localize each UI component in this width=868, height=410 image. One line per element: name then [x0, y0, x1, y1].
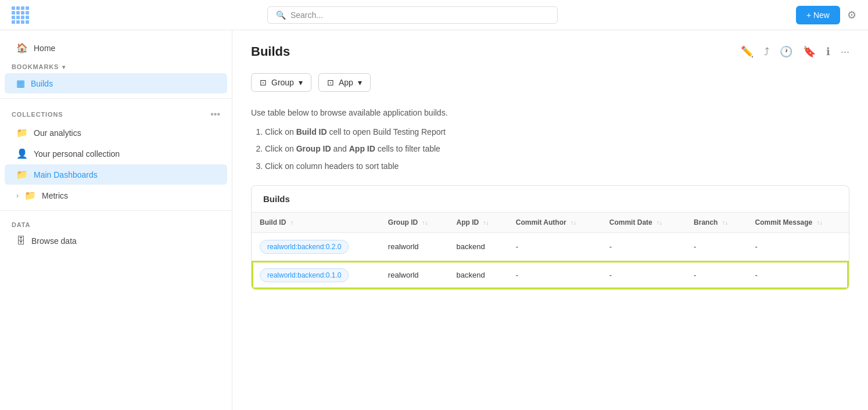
col-commit-author[interactable]: Commit Author ↑↓	[508, 213, 601, 233]
cell-commit-author: -	[508, 261, 601, 289]
new-button[interactable]: + New	[796, 6, 840, 24]
cell-app-id[interactable]: backend	[449, 261, 508, 289]
app-filter-button[interactable]: ⊡ App ▾	[318, 73, 371, 92]
topbar-right: + New ⚙	[796, 6, 856, 24]
col-commit-message-label: Commit Message	[755, 218, 813, 226]
person-icon: 👤	[16, 148, 28, 159]
metrics-folder-icon: 📁	[24, 190, 36, 201]
sidebar-item-main-dashboards[interactable]: 📁 Main Dashboards	[5, 164, 227, 185]
layout: 🏠 Home BOOKMARKS ▾ ▦ Builds COLLECTIONS …	[0, 30, 868, 410]
table-head: Build ID ↑ Group ID ↑↓ App ID ↑↓ Commi	[252, 213, 849, 233]
col-group-id[interactable]: Group ID ↑↓	[380, 213, 449, 233]
cell-commit-message: -	[747, 261, 849, 289]
cell-group-id[interactable]: realworld	[380, 232, 449, 261]
col-app-id[interactable]: App ID ↑↓	[449, 213, 508, 233]
sidebar-item-personal-collection[interactable]: 👤 Your personal collection	[5, 143, 227, 164]
sidebar: 🏠 Home BOOKMARKS ▾ ▦ Builds COLLECTIONS …	[0, 30, 232, 410]
instructions: Use table below to browse available appl…	[251, 106, 849, 174]
table-header-row: Build ID ↑ Group ID ↑↓ App ID ↑↓ Commi	[252, 213, 849, 233]
app-filter-chevron: ▾	[358, 78, 362, 87]
group-filter-icon: ⊡	[260, 78, 267, 87]
our-analytics-label: Our analytics	[34, 128, 81, 138]
app-filter-label: App	[339, 78, 353, 87]
sidebar-divider-2	[0, 210, 232, 211]
search-icon: 🔍	[276, 10, 286, 20]
app-filter-icon: ⊡	[327, 78, 334, 87]
cell-build-id: realworld:backend:0.1.0	[252, 261, 380, 289]
cell-commit-date: -	[601, 232, 686, 261]
col-commit-date-label: Commit Date	[609, 218, 652, 226]
cell-commit-author: -	[508, 232, 601, 261]
topbar-left	[12, 6, 29, 24]
search-input[interactable]: 🔍 Search...	[267, 6, 558, 24]
sort-commit-message-icon: ↑↓	[817, 220, 823, 226]
search-placeholder: Search...	[290, 10, 323, 20]
folder-icon: 📁	[16, 127, 28, 138]
sidebar-item-home[interactable]: 🏠 Home	[5, 38, 227, 58]
instructions-intro: Use table below to browse available appl…	[251, 106, 849, 120]
col-build-id-label: Build ID	[260, 218, 286, 226]
build-id-bold: Build ID	[296, 127, 327, 136]
cell-branch: -	[686, 261, 747, 289]
instruction-step-2: Click on Group ID and App ID cells to fi…	[265, 142, 849, 156]
collections-header: COLLECTIONS •••	[0, 103, 232, 122]
main-dashboards-label: Main Dashboards	[34, 170, 98, 179]
cell-build-id: realworld:backend:0.2.0	[252, 232, 380, 261]
bookmarks-label: BOOKMARKS	[12, 63, 59, 70]
sidebar-item-metrics[interactable]: › 📁 Metrics	[5, 185, 227, 206]
collections-more-icon[interactable]: •••	[210, 109, 220, 120]
sort-build-id-icon: ↑	[290, 220, 293, 226]
col-build-id[interactable]: Build ID ↑	[252, 213, 380, 233]
settings-icon[interactable]: ⚙	[847, 9, 856, 21]
build-id-badge[interactable]: realworld:backend:0.1.0	[260, 268, 349, 282]
topbar: 🔍 Search... + New ⚙	[0, 0, 868, 30]
group-filter-label: Group	[271, 78, 294, 87]
home-icon: 🏠	[16, 42, 28, 53]
builds-table-section: Builds Build ID ↑ Group ID ↑↓ App ID	[251, 185, 849, 290]
sort-branch-icon: ↑↓	[722, 220, 728, 226]
col-commit-date[interactable]: Commit Date ↑↓	[601, 213, 686, 233]
builds-table: Build ID ↑ Group ID ↑↓ App ID ↑↓ Commi	[252, 213, 849, 289]
edit-icon[interactable]: ✏️	[741, 45, 754, 58]
instruction-step-3: Click on column headers to sort table	[265, 159, 849, 174]
metrics-label: Metrics	[42, 191, 68, 200]
sidebar-divider-1	[0, 98, 232, 99]
page-header: Builds ✏️ ⤴ 🕐 🔖 ℹ ···	[251, 44, 849, 59]
app-logo[interactable]	[12, 6, 29, 24]
history-icon[interactable]: 🕐	[780, 45, 792, 58]
build-id-badge[interactable]: realworld:backend:0.2.0	[260, 240, 349, 254]
table-row: realworld:backend:0.1.0realworldbackend-…	[252, 261, 849, 289]
share-icon[interactable]: ⤴	[764, 46, 769, 58]
more-icon[interactable]: ···	[841, 46, 849, 58]
cell-group-id[interactable]: realworld	[380, 261, 449, 289]
main-content: Builds ✏️ ⤴ 🕐 🔖 ℹ ··· ⊡ Group ▾ ⊡ App ▾	[232, 30, 868, 410]
page-actions: ✏️ ⤴ 🕐 🔖 ℹ ···	[741, 45, 849, 58]
data-label: DATA	[12, 221, 30, 228]
cell-app-id[interactable]: backend	[449, 232, 508, 261]
group-filter-chevron: ▾	[299, 78, 303, 87]
collections-label: COLLECTIONS	[12, 111, 63, 118]
page-title: Builds	[251, 44, 290, 59]
table-icon: ▦	[16, 78, 25, 89]
info-icon[interactable]: ℹ	[826, 45, 830, 58]
col-branch[interactable]: Branch ↑↓	[686, 213, 747, 233]
personal-collection-label: Your personal collection	[34, 149, 120, 159]
sort-commit-date-icon: ↑↓	[657, 220, 662, 226]
sort-commit-author-icon: ↑↓	[571, 220, 576, 226]
sort-group-id-icon: ↑↓	[422, 220, 428, 226]
sidebar-home-label: Home	[34, 44, 55, 53]
col-app-id-label: App ID	[457, 218, 479, 226]
col-commit-message[interactable]: Commit Message ↑↓	[747, 213, 849, 233]
chevron-right-icon: ›	[16, 192, 19, 200]
browse-data-label: Browse data	[31, 236, 77, 246]
sidebar-item-browse-data[interactable]: 🗄 Browse data	[5, 231, 227, 251]
sidebar-item-our-analytics[interactable]: 📁 Our analytics	[5, 123, 227, 143]
sidebar-item-builds[interactable]: ▦ Builds	[5, 73, 227, 93]
database-icon: 🗄	[16, 236, 26, 246]
group-filter-button[interactable]: ⊡ Group ▾	[251, 73, 311, 92]
instructions-list: Click on Build ID cell to open Build Tes…	[265, 125, 849, 174]
filters: ⊡ Group ▾ ⊡ App ▾	[251, 73, 849, 92]
table-title: Builds	[252, 186, 849, 213]
bookmark-icon[interactable]: 🔖	[803, 45, 816, 58]
chevron-down-icon: ▾	[62, 64, 66, 70]
